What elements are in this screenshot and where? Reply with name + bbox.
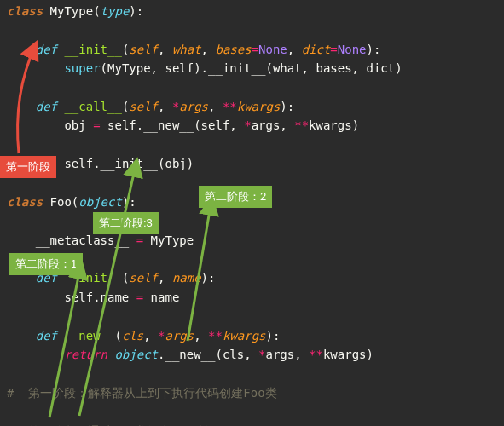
fn-call: __call__ <box>57 100 122 113</box>
param-what: what <box>172 43 201 56</box>
param-bases: bases <box>215 43 251 56</box>
c: , <box>208 100 223 113</box>
tail: (obj) <box>158 157 194 170</box>
selfdot: self. <box>101 118 144 132</box>
tail: (what, bases, dict) <box>265 61 402 75</box>
c: , <box>287 43 302 56</box>
class-name: MyType( <box>43 4 100 18</box>
c: , <box>158 100 172 113</box>
label-stage2-2: 第二阶段：2 <box>199 186 272 208</box>
selfname: self.name <box>64 291 136 304</box>
kw-def: def <box>36 100 57 113</box>
object: object <box>107 348 158 361</box>
param-args: args <box>179 100 208 113</box>
label-stage2-1: 第二阶段：1 <box>9 253 83 275</box>
star: * <box>258 348 265 361</box>
p: ): <box>280 100 294 113</box>
param-self: self <box>129 271 158 285</box>
kw-return: return <box>64 348 107 361</box>
dstar: ** <box>294 118 309 132</box>
fn-init: __init__ <box>57 43 122 56</box>
star: * <box>244 118 251 132</box>
param-self: self <box>129 43 158 56</box>
eq: = <box>136 291 143 304</box>
eq: = <box>330 43 337 56</box>
label-stage2-3: 第二阶段:3 <box>93 212 159 234</box>
kw-def: def <box>36 43 57 56</box>
kw-class: class <box>7 195 43 209</box>
p: ): <box>122 195 136 209</box>
p: ): <box>266 329 281 343</box>
param-name: name <box>172 271 201 285</box>
super: super <box>64 61 100 75</box>
fn-new: __new__ <box>57 329 114 343</box>
param-args: args <box>165 329 194 343</box>
c: , <box>158 43 172 56</box>
c: , <box>194 329 208 343</box>
dstar: ** <box>208 329 223 343</box>
param-dict: dict <box>302 43 331 56</box>
args: args, <box>266 348 310 361</box>
dstar: ** <box>309 348 323 361</box>
kw-class: class <box>7 4 43 18</box>
init-call: __init__ <box>101 157 158 170</box>
p: (self, <box>194 118 244 132</box>
c: , <box>201 43 216 56</box>
label-stage1: 第一阶段 <box>0 156 56 178</box>
args: (MyType, self). <box>101 61 208 75</box>
eq: = <box>252 43 258 56</box>
none: None <box>258 43 287 56</box>
type-param: type <box>101 4 130 18</box>
dstar: ** <box>223 100 237 113</box>
metaclass: __metaclass__ <box>36 233 136 247</box>
val: MyType <box>143 233 194 247</box>
none: None <box>338 43 367 56</box>
args: args, <box>252 118 295 132</box>
obj: obj <box>64 118 93 132</box>
comment-1: # 第一阶段：解释器从上到下执行代码创建Foo类 <box>7 386 277 400</box>
class-name: Foo( <box>43 195 78 209</box>
p: (cls, <box>215 348 258 361</box>
kwargs: kwargs) <box>323 348 374 361</box>
kw-def: def <box>36 329 57 343</box>
p: ): <box>367 43 381 56</box>
c: , <box>158 271 172 285</box>
p: ( <box>114 329 121 343</box>
eq: = <box>93 118 100 132</box>
param-kwargs: kwargs <box>237 100 281 113</box>
tail: name <box>143 291 179 304</box>
new-call: __new__ <box>143 118 194 132</box>
param-kwargs: kwargs <box>223 329 266 343</box>
kwargs: kwargs) <box>309 118 359 132</box>
init-call: __init__ <box>208 61 265 75</box>
punct: ): <box>129 4 143 18</box>
eq: = <box>136 233 143 247</box>
param-cls: cls <box>122 329 143 343</box>
c: , <box>143 329 158 343</box>
selfdot: self. <box>64 157 100 170</box>
new-call: __new__ <box>165 348 215 361</box>
base-object: object <box>78 195 122 209</box>
param-self: self <box>129 100 158 113</box>
code-block: class MyType(type): def __init__(self, w… <box>7 0 504 426</box>
p: ): <box>201 271 216 285</box>
